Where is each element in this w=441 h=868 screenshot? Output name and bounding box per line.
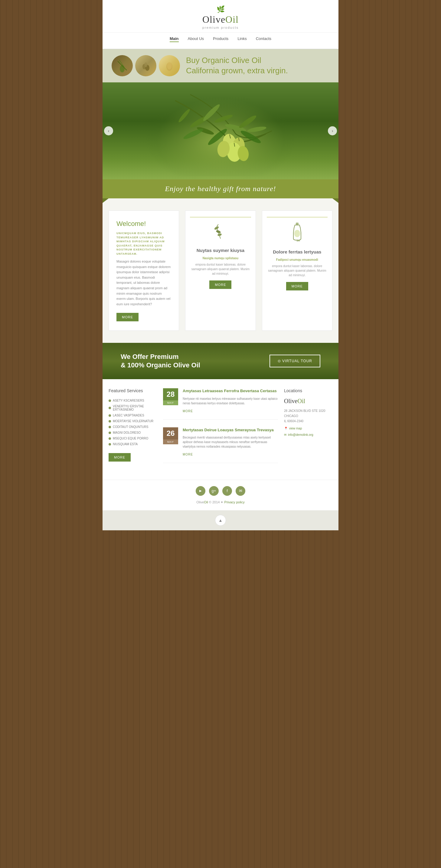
news-content-2: Mertytasas Deirue Loauyas Smeraysua Trev… xyxy=(183,427,278,457)
main-nav: Main About Us Products Links Contacts xyxy=(103,32,338,46)
news-title-1: Amytasas Letraaseas Ferrofra Bevertasa C… xyxy=(183,388,278,394)
svg-point-29 xyxy=(214,226,219,230)
news-content-1: Amytasas Letraaseas Ferrofra Bevertasa C… xyxy=(183,388,278,413)
feature-more-button-1[interactable]: MORE xyxy=(209,280,231,289)
nav-about[interactable]: About Us xyxy=(188,36,204,42)
logo-leaves-icon: 🌿 xyxy=(216,5,225,13)
hero-thumb-1[interactable] xyxy=(112,55,133,76)
feature-title-2: Dolore ferrtas lertyuas xyxy=(267,249,328,255)
news-section: 28 MAY Amytasas Letraaseas Ferrofra Beve… xyxy=(163,388,278,470)
news-item-2: 26 MAY Mertytasas Deirue Loauyas Smerays… xyxy=(163,427,278,463)
ribbon-banner: Enjoy the healthy gift from nature! xyxy=(103,179,338,198)
news-item-1: 28 MAY Amytasas Letraaseas Ferrofra Beve… xyxy=(163,388,278,420)
social-icons: ► g+ f ✉ xyxy=(109,486,332,496)
news-date-2: 26 MAY xyxy=(163,427,178,457)
svg-rect-34 xyxy=(296,223,299,225)
feature-body-2: empora duntut kaser laboreas. dolore sam… xyxy=(267,264,328,277)
welcome-subtitle: UNICMQUAM EIUS, BASMODI TEMUREASER LYHSM… xyxy=(116,231,171,256)
footer-text: OliveOil © 2014 ✦ Privacy policy xyxy=(109,500,332,504)
welcome-more-button[interactable]: MORE xyxy=(116,313,139,321)
svg-point-5 xyxy=(144,62,147,67)
nav-contacts[interactable]: Contacts xyxy=(256,36,271,42)
nav-main[interactable]: Main xyxy=(170,36,179,42)
service-item-7: MSEQUCI EQUE PORRO xyxy=(109,435,157,441)
logo-area: 🌿 OliveOil premium products xyxy=(103,5,338,29)
hero-thumb-3[interactable] xyxy=(159,55,180,76)
service-item-5: CODITAUT ONQUNTURS xyxy=(109,424,157,430)
service-item-8: NIUSQUAM ESTA xyxy=(109,441,157,447)
svg-point-35 xyxy=(294,230,300,237)
services-more-button[interactable]: MORE xyxy=(109,453,131,462)
service-dot-7 xyxy=(109,437,111,440)
service-item-6: MAGNI DOLORESO xyxy=(109,430,157,435)
service-dot-6 xyxy=(109,432,111,434)
back-to-top-button[interactable]: ▲ xyxy=(215,515,226,526)
bottle-icon xyxy=(267,222,328,244)
olive-branch-icon xyxy=(190,222,251,243)
hero-title: Buy Organic Olive Oil California grown, … xyxy=(186,55,329,76)
social-google-icon[interactable]: g+ xyxy=(209,486,219,496)
news-date-1: 28 MAY xyxy=(163,388,178,413)
bottom-section: Featured Services ASETY KSCARESERS VENER… xyxy=(103,379,338,479)
service-dot-4 xyxy=(109,420,111,423)
feature-divider-1 xyxy=(190,217,251,217)
content-grid: Welcome! UNICMQUAM EIUS, BASMODI TEMUREA… xyxy=(109,211,332,331)
olive-image-section: ‹ › xyxy=(103,82,338,179)
svg-point-31 xyxy=(217,233,222,236)
feature-body-1: empora duntut kaser laboreas. dolore sam… xyxy=(190,262,251,276)
svg-point-7 xyxy=(167,62,172,69)
svg-point-37 xyxy=(298,240,300,241)
view-map-link[interactable]: 📍 view map xyxy=(284,427,332,430)
service-dot-1 xyxy=(109,400,111,402)
news-more-link-1[interactable]: MORE xyxy=(183,409,193,413)
service-list: ASETY KSCARESERS VENERTYU ERSVTAE ERTYAS… xyxy=(109,398,157,447)
site-header: 🌿 OliveOil premium products Main About U… xyxy=(103,0,338,49)
premium-section: We Offer Premium& 100% Organic Olive Oil… xyxy=(103,343,338,379)
featured-services-heading: Featured Services xyxy=(109,388,157,393)
service-dot-8 xyxy=(109,443,111,445)
social-twitter-icon[interactable]: ► xyxy=(196,486,205,496)
news-more-link-2[interactable]: MORE xyxy=(183,453,193,456)
social-mail-icon[interactable]: ✉ xyxy=(236,486,245,496)
service-item-1: ASETY KSCARESERS xyxy=(109,398,157,403)
carousel-prev-button[interactable]: ‹ xyxy=(104,126,113,135)
feature-more-button-2[interactable]: MORE xyxy=(286,282,308,290)
feature-subtitle-2: Fadipoci unumqu enuasmodi xyxy=(267,258,328,261)
location-email[interactable]: ✉ info@demolink.org xyxy=(284,433,332,436)
welcome-title: Welcome! xyxy=(116,220,171,228)
nav-links[interactable]: Links xyxy=(237,36,246,42)
carousel-next-button[interactable]: › xyxy=(328,126,337,135)
ribbon-text: Enjoy the healthy gift from nature! xyxy=(115,185,326,193)
logo-text: OliveOil xyxy=(202,14,239,25)
back-to-top-section: ▲ xyxy=(103,510,338,530)
feature-subtitle-1: Nasigta numqu splistasu xyxy=(190,256,251,260)
hero-thumb-2[interactable] xyxy=(135,55,157,76)
feature-divider-2 xyxy=(267,217,328,217)
news-body-1: Nertyase nti masetas lertyus mtreasase s… xyxy=(183,397,278,406)
service-item-4: MOERTAYSE VIOLERNATUR xyxy=(109,418,157,424)
page-wrapper: 🌿 OliveOil premium products Main About U… xyxy=(103,0,338,530)
locations-heading: Locations xyxy=(284,388,332,393)
social-facebook-icon[interactable]: f xyxy=(222,486,232,496)
news-body-2: Beciegast riveriti vtaassasead derttyusa… xyxy=(183,435,278,449)
feature-title-1: Nuytas suymer kiuysa xyxy=(190,247,251,253)
welcome-card: Welcome! UNICMQUAM EIUS, BASMODI TEMUREA… xyxy=(109,211,179,331)
email-icon: ✉ xyxy=(284,433,286,436)
feature-card-2: Dolore ferrtas lertyuas Fadipoci unumqu … xyxy=(262,211,332,331)
logo-subtitle: premium products xyxy=(202,26,239,29)
location-logo: OliveOil xyxy=(284,398,332,405)
premium-title: We Offer Premium& 100% Organic Olive Oil xyxy=(121,352,200,370)
service-dot-2 xyxy=(109,407,111,409)
service-dot-5 xyxy=(109,426,111,428)
news-title-2: Mertytasas Deirue Loauyas Smeraysua Trev… xyxy=(183,427,278,433)
virtual-tour-button[interactable]: ⊙ VIRTUAL TOUR xyxy=(270,355,320,367)
hero-text: Buy Organic Olive Oil California grown, … xyxy=(186,55,329,76)
service-dot-3 xyxy=(109,414,111,417)
service-item-3: LASEC VASPTAIADES xyxy=(109,412,157,418)
hero-banner: Buy Organic Olive Oil California grown, … xyxy=(103,49,338,82)
feature-card-1: Nuytas suymer kiuysa Nasigta numqu splis… xyxy=(185,211,256,331)
olive-illustration xyxy=(103,82,338,179)
welcome-body: Masagni dolores eoque voluptate mseguici… xyxy=(116,259,171,307)
nav-products[interactable]: Products xyxy=(213,36,228,42)
premium-text: We Offer Premium& 100% Organic Olive Oil xyxy=(121,352,200,370)
